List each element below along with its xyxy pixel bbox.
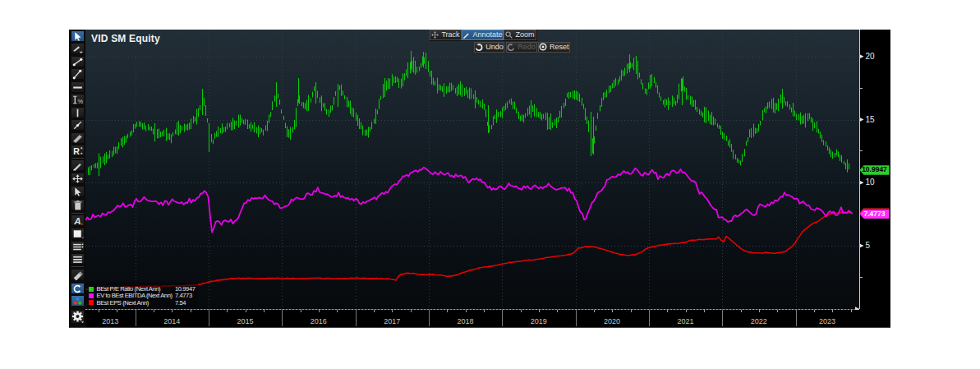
svg-text:%: % — [77, 98, 83, 105]
svg-text:A: A — [73, 215, 81, 226]
svg-text:R: R — [73, 146, 80, 156]
